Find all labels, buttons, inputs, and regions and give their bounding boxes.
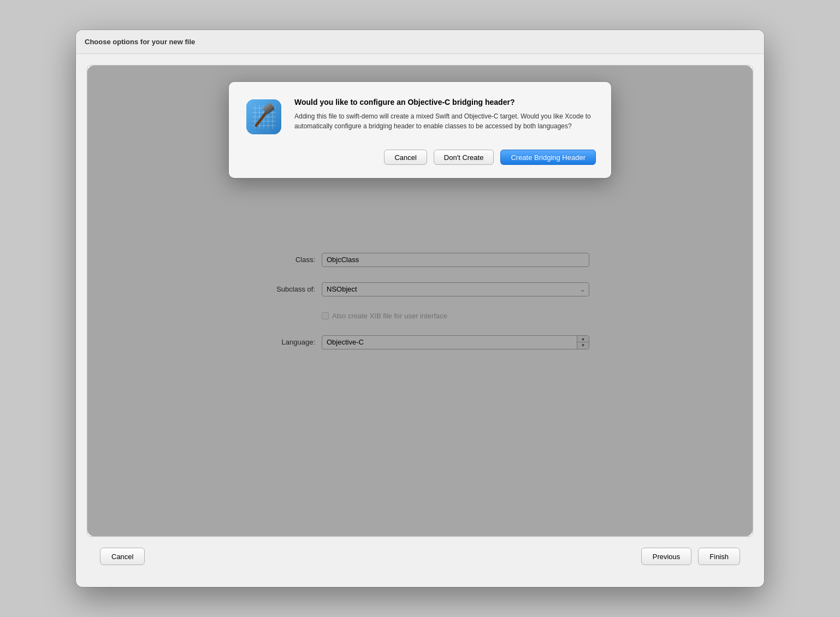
modal-dont-create-button[interactable]: Don't Create (434, 150, 494, 165)
modal-sheet: Would you like to configure an Objective… (229, 82, 611, 178)
bottom-bar: Cancel Previous Finish (87, 537, 753, 576)
main-window: Choose options for your new file Class: … (76, 30, 764, 587)
xcode-icon (244, 97, 283, 137)
modal-text-area: Would you like to configure an Objective… (294, 97, 596, 137)
window-body: Class: Subclass of: NSObject UIViewContr… (76, 54, 764, 587)
modal-cancel-button[interactable]: Cancel (384, 150, 427, 165)
modal-title: Would you like to configure an Objective… (294, 97, 596, 107)
modal-content: Would you like to configure an Objective… (244, 97, 596, 137)
modal-body: Adding this file to swift-demo will crea… (294, 111, 596, 131)
window-title: Choose options for your new file (85, 38, 195, 46)
previous-button[interactable]: Previous (641, 548, 692, 565)
modal-create-bridging-button[interactable]: Create Bridging Header (500, 150, 596, 165)
finish-button[interactable]: Finish (698, 548, 740, 565)
cancel-button[interactable]: Cancel (100, 548, 145, 565)
modal-buttons: Cancel Don't Create Create Bridging Head… (244, 150, 596, 165)
main-panel: Class: Subclass of: NSObject UIViewContr… (87, 65, 753, 537)
modal-overlay: Would you like to configure an Objective… (87, 66, 753, 536)
bottom-right-buttons: Previous Finish (641, 548, 740, 565)
title-bar: Choose options for your new file (76, 30, 764, 54)
